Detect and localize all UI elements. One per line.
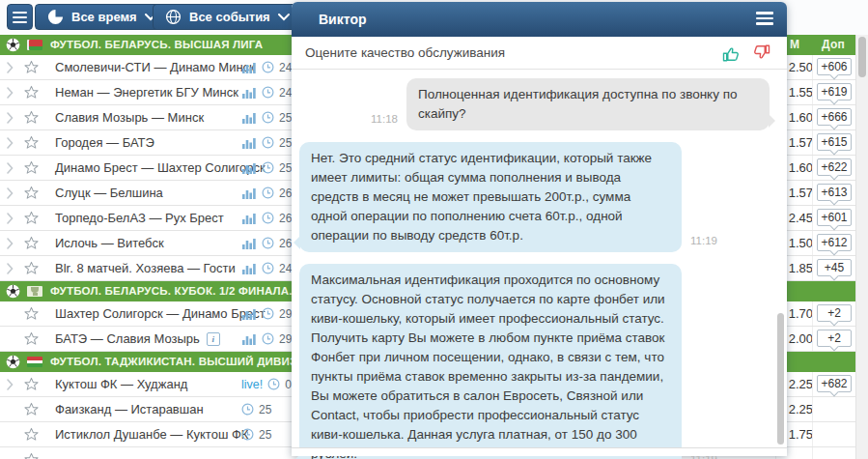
stats-icon[interactable] xyxy=(241,237,257,249)
clock-icon xyxy=(262,332,274,345)
match-date: 25 xyxy=(279,111,292,125)
match-meta: live! 0 xyxy=(241,372,292,396)
odds-dop-button[interactable]: +45 xyxy=(817,259,852,276)
odds-dop-button[interactable]: +619 xyxy=(817,83,852,100)
chat-scrollbar-thumb[interactable] xyxy=(777,313,784,445)
favorite-star-icon[interactable] xyxy=(24,186,39,200)
stats-icon[interactable] xyxy=(241,61,257,73)
chat-messages: 11:18 Полноценная идентификация доступна… xyxy=(292,70,787,459)
match-name[interactable]: Куктош ФК — Худжанд xyxy=(55,372,187,396)
chat-operator-name: Виктор xyxy=(319,12,367,27)
page-scrollbar[interactable] xyxy=(855,35,868,459)
thumbs-up-button[interactable] xyxy=(715,43,746,63)
match-date: 24 xyxy=(279,86,292,100)
match-name[interactable]: Динамо Брест — Шахтер Солигорск xyxy=(55,156,266,180)
match-name[interactable]: Ислочь — Витебск xyxy=(55,231,164,255)
odds-dop-cell: +2 xyxy=(812,301,855,326)
odds-dop-cell: +682 xyxy=(812,372,855,396)
odds-dop-button[interactable]: +606 xyxy=(817,58,852,75)
info-icon[interactable]: i xyxy=(207,332,220,346)
favorite-star-icon[interactable] xyxy=(24,331,39,346)
chat-message-user: 11:18 Полноценная идентификация доступна… xyxy=(299,78,770,130)
chat-menu-button[interactable] xyxy=(756,12,773,25)
clock-icon xyxy=(267,378,280,390)
favorite-star-icon[interactable] xyxy=(24,236,39,250)
expand-chevron-icon[interactable] xyxy=(7,87,14,99)
stats-icon[interactable] xyxy=(241,307,257,320)
stats-icon[interactable] xyxy=(241,111,257,124)
league-flag-icon xyxy=(27,286,42,297)
odds-dop-button[interactable]: +615 xyxy=(817,133,852,151)
odds-dop-button[interactable]: +612 xyxy=(817,234,852,251)
page-scrollbar-thumb[interactable] xyxy=(858,37,866,77)
expand-chevron-icon[interactable] xyxy=(7,263,14,274)
chat-message-agent: Нет. Это средний статус идентификации, к… xyxy=(299,142,770,252)
odds-dop-button[interactable]: +622 xyxy=(817,158,852,176)
favorite-star-icon[interactable] xyxy=(24,402,39,416)
soccer-ball-icon xyxy=(6,284,20,299)
favorite-star-icon[interactable] xyxy=(24,85,39,100)
favorite-star-icon[interactable] xyxy=(24,261,39,275)
odds-dop-button[interactable]: +2 xyxy=(817,304,852,322)
match-name[interactable]: Городея — БАТЭ xyxy=(55,130,154,155)
odds-dop-button[interactable]: +2 xyxy=(817,330,852,347)
favorite-star-icon[interactable] xyxy=(24,160,39,175)
stats-icon[interactable] xyxy=(241,86,257,99)
clock-icon xyxy=(262,262,274,274)
league-flag-icon xyxy=(27,357,42,367)
odds-dop-button[interactable]: +613 xyxy=(817,184,852,201)
expand-chevron-icon[interactable] xyxy=(7,187,14,199)
match-name[interactable]: Шахтер Солигорск — Динамо Брест xyxy=(55,301,266,326)
favorite-star-icon[interactable] xyxy=(24,135,39,150)
expand-chevron-icon[interactable] xyxy=(7,62,14,73)
match-name[interactable]: БАТЭ — Славия Мозырьi xyxy=(55,327,220,351)
match-date: 25 xyxy=(259,428,271,442)
match-meta: 24 xyxy=(241,80,292,104)
favorite-star-icon[interactable] xyxy=(24,60,39,74)
match-name[interactable]: Blr. 8 матчей. Хозяева — Гости xyxy=(55,256,236,280)
thumbs-down-button[interactable] xyxy=(746,43,777,63)
time-filter-dropdown[interactable]: Все время xyxy=(35,4,169,30)
match-name[interactable]: Слуцк — Белшина xyxy=(55,181,163,205)
rating-prompt: Оцените качество обслуживания xyxy=(305,45,715,60)
match-name[interactable]: Смолевичи-СТИ — Динамо Минск xyxy=(55,55,255,79)
favorite-star-icon[interactable] xyxy=(24,427,39,442)
expand-chevron-icon[interactable] xyxy=(7,238,14,249)
expand-chevron-icon[interactable] xyxy=(7,137,14,149)
odds-dop-cell xyxy=(812,447,855,459)
clock-icon xyxy=(262,237,274,249)
stats-icon[interactable] xyxy=(241,212,257,224)
stats-icon[interactable] xyxy=(241,136,257,149)
match-name[interactable]: Славия Мозырь — Минск xyxy=(55,105,204,129)
odds-dop-cell: +2 xyxy=(812,327,855,351)
stats-icon[interactable] xyxy=(241,332,257,345)
match-name[interactable]: Истиклол Душанбе — Куктош ФК xyxy=(55,422,248,446)
stats-icon[interactable] xyxy=(241,161,257,174)
odds-dop-button[interactable]: +666 xyxy=(817,108,852,126)
events-filter-dropdown[interactable]: Все события xyxy=(153,4,302,30)
odds-dop-button[interactable]: +601 xyxy=(817,209,852,226)
expand-chevron-icon[interactable] xyxy=(7,162,14,174)
match-name[interactable]: Неман — Энергетик БГУ Минск xyxy=(55,80,238,104)
stats-icon[interactable] xyxy=(241,262,257,274)
match-name[interactable]: Фаизканд — Истаравшан xyxy=(55,397,204,421)
favorite-star-icon[interactable] xyxy=(24,211,39,225)
message-time: 11:18 xyxy=(371,113,398,125)
odds-dop-button[interactable]: +682 xyxy=(817,375,852,392)
events-filter-label: Все события xyxy=(189,10,270,24)
hamburger-icon xyxy=(13,12,27,23)
soccer-ball-icon xyxy=(6,38,20,52)
favorite-star-icon[interactable] xyxy=(24,306,39,321)
chevron-down-icon xyxy=(278,14,290,21)
expand-chevron-icon[interactable] xyxy=(7,112,14,124)
expand-chevron-icon[interactable] xyxy=(7,379,14,390)
favorite-star-icon[interactable] xyxy=(24,377,39,391)
match-name[interactable]: Торпедо-БелАЗ — Рух Брест xyxy=(55,206,224,230)
main-menu-button[interactable] xyxy=(7,4,33,30)
favorite-star-icon[interactable] xyxy=(24,452,39,459)
live-badge: live! xyxy=(241,378,263,391)
odds-dop-cell xyxy=(812,422,855,446)
expand-chevron-icon[interactable] xyxy=(7,213,14,224)
stats-icon[interactable] xyxy=(241,186,257,199)
favorite-star-icon[interactable] xyxy=(24,110,39,125)
